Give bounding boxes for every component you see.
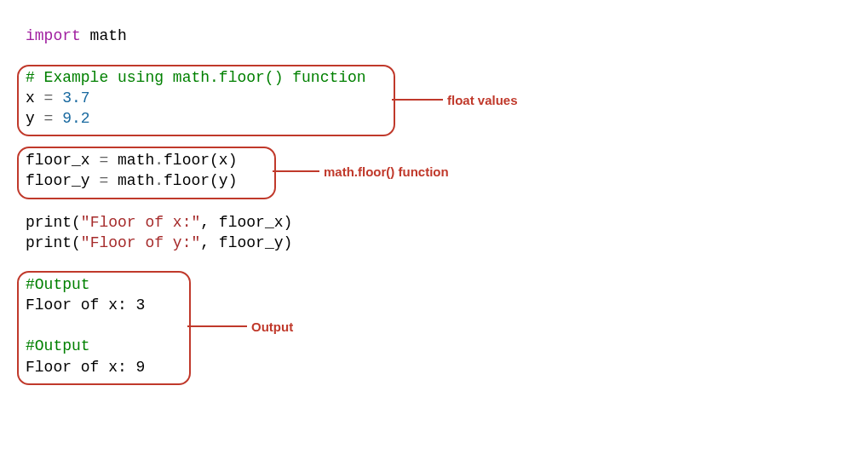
- comment-line-1: # Example using math.floor() function: [17, 67, 835, 88]
- comment-text: # Example using math.floor() function: [26, 69, 366, 86]
- module-math: math: [81, 27, 127, 44]
- blank-line: [17, 315, 835, 336]
- print-x-line: print("Floor of x:", floor_x): [17, 212, 835, 233]
- annotation-text-math-floor: math.floor() function: [324, 164, 449, 181]
- code-example: import math # Example using math.floor()…: [17, 26, 835, 377]
- annotation-line-3: [187, 325, 247, 327]
- blank-line: [17, 253, 835, 273]
- output-line-1: Floor of x: 3: [17, 295, 835, 315]
- print-y-line: print("Floor of y:", floor_y): [17, 233, 835, 253]
- annotation-text-float-values: float values: [447, 92, 518, 109]
- keyword-import: import: [26, 27, 81, 44]
- annotation-line-1: [392, 99, 443, 101]
- blank-line: [17, 129, 835, 149]
- annotation-line-2: [273, 170, 319, 172]
- output-comment-1: #Output: [17, 274, 835, 295]
- annotation-text-output: Output: [251, 319, 293, 336]
- output-comment-2: #Output: [17, 336, 835, 356]
- assign-y: y = 9.2: [17, 108, 835, 129]
- output-line-2: Floor of x: 9: [17, 357, 835, 377]
- blank-line: [17, 191, 835, 211]
- code-line-import: import math: [17, 26, 835, 46]
- blank-line: [17, 46, 835, 66]
